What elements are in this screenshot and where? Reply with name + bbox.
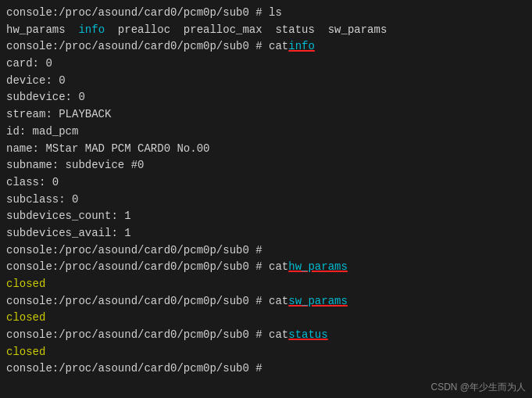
terminal-line: name: MStar MAD PCM CARD0 No.00 (6, 141, 526, 158)
terminal-text: name: MStar MAD PCM CARD0 No.00 (6, 141, 209, 158)
terminal-text-closed: closed (6, 344, 45, 361)
terminal-line: device: 0 (6, 73, 526, 90)
terminal-line: console:/proc/asound/card0/pcm0p/sub0 # … (6, 259, 526, 276)
terminal-line: closed (6, 344, 526, 361)
terminal-text: class: 0 (6, 174, 59, 192)
terminal-text: subdevice: 0 (6, 89, 85, 106)
terminal-text: stream: PLAYBACK (6, 106, 111, 124)
terminal-line: subdevice: 0 (6, 89, 526, 106)
terminal-text: console:/proc/asound/card0/pcm0p/sub0 # … (6, 327, 288, 344)
terminal-text: card: 0 (6, 56, 52, 73)
terminal-text: console:/proc/asound/card0/pcm0p/sub0 # (6, 360, 262, 378)
terminal-line: closed (6, 276, 526, 293)
terminal-text-highlighted: sw_params (288, 293, 348, 310)
terminal-text: subdevices_avail: 1 (6, 225, 131, 242)
terminal-text: subname: subdevice #0 (6, 157, 144, 174)
terminal-text-closed: closed (6, 276, 45, 293)
terminal-line: console:/proc/asound/card0/pcm0p/sub0 # (6, 360, 526, 378)
terminal-line: subname: subdevice #0 (6, 157, 526, 174)
terminal-line: console:/proc/asound/card0/pcm0p/sub0 # … (6, 5, 526, 22)
terminal-line: console:/proc/asound/card0/pcm0p/sub0 # … (6, 293, 526, 310)
terminal-line: closed (6, 310, 526, 327)
terminal-text: id: mad_pcm (6, 124, 78, 141)
terminal-line: subdevices_avail: 1 (6, 225, 526, 242)
terminal-line: stream: PLAYBACK (6, 106, 526, 124)
terminal-text: console:/proc/asound/card0/pcm0p/sub0 # … (6, 5, 282, 22)
terminal-text: console:/proc/asound/card0/pcm0p/sub0 # … (6, 259, 288, 276)
terminal-line: console:/proc/asound/card0/pcm0p/sub0 # … (6, 38, 526, 56)
terminal-line: hw_params info prealloc prealloc_max sta… (6, 22, 526, 39)
terminal-line: subdevices_count: 1 (6, 208, 526, 225)
terminal-line: subclass: 0 (6, 192, 526, 209)
terminal-text-highlighted: info (288, 38, 315, 56)
terminal-line: card: 0 (6, 56, 526, 73)
terminal-line: console:/proc/asound/card0/pcm0p/sub0 # … (6, 327, 526, 344)
terminal-text-highlighted: status (288, 327, 327, 344)
terminal-text: console:/proc/asound/card0/pcm0p/sub0 # (6, 242, 262, 260)
terminal-text-closed: closed (6, 310, 45, 327)
terminal-text: console:/proc/asound/card0/pcm0p/sub0 # … (6, 293, 288, 310)
terminal-text: console:/proc/asound/card0/pcm0p/sub0 # … (6, 38, 288, 56)
terminal-line: console:/proc/asound/card0/pcm0p/sub0 # (6, 242, 526, 260)
terminal-window: console:/proc/asound/card0/pcm0p/sub0 # … (0, 0, 532, 398)
terminal-text: device: 0 (6, 73, 66, 90)
watermark-text: CSDN @年少生而为人 (430, 380, 526, 395)
terminal-text-cyan: info (78, 22, 105, 39)
terminal-text: hw_params (6, 22, 78, 39)
terminal-text-highlighted: hw_params (288, 259, 348, 276)
terminal-text: subclass: 0 (6, 192, 78, 209)
terminal-text: prealloc prealloc_max status sw_params (105, 22, 387, 39)
terminal-line: class: 0 (6, 174, 526, 192)
terminal-text: subdevices_count: 1 (6, 208, 131, 225)
terminal-line: id: mad_pcm (6, 124, 526, 141)
